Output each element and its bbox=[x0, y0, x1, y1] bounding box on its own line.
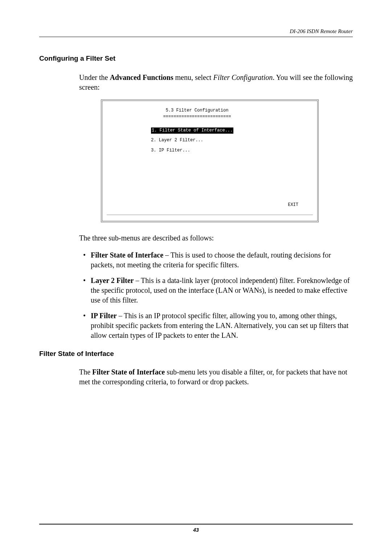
terminal-menu-item: 2. Layer 2 Filter... bbox=[151, 137, 313, 143]
subsection-heading: Filter State of Interface bbox=[39, 350, 353, 358]
terminal-menu-item: 3. IP Filter... bbox=[151, 147, 313, 154]
list-item: Filter State of Interface – This is used… bbox=[89, 250, 353, 270]
terminal-underline: ========================== bbox=[81, 114, 313, 120]
terminal-screenshot: 5.3 Filter Configuration ===============… bbox=[101, 100, 319, 222]
after-screenshot-text: The three sub-menus are described as fol… bbox=[79, 233, 353, 243]
terminal-menu-item-selected: 1. Filter State of Interface... bbox=[151, 127, 233, 134]
doc-title: DI-206 ISDN Remote Router bbox=[290, 28, 353, 34]
terminal-exit: EXIT bbox=[288, 202, 298, 208]
intro-paragraph: Under the Advanced Functions menu, selec… bbox=[79, 73, 353, 92]
bullet-list: Filter State of Interface – This is used… bbox=[79, 250, 353, 340]
page-number: 43 bbox=[193, 527, 199, 533]
list-item: IP Filter – This is an IP protocol speci… bbox=[89, 311, 353, 340]
running-header: DI-206 ISDN Remote Router bbox=[39, 28, 353, 37]
list-item: Layer 2 Filter – This is a data-link lay… bbox=[89, 276, 353, 305]
section-heading: Configuring a Filter Set bbox=[39, 54, 353, 62]
terminal-title: 5.3 Filter Configuration bbox=[81, 108, 313, 114]
page-footer: 43 bbox=[39, 524, 353, 533]
subsection-paragraph: The Filter State of Interface sub-menu l… bbox=[79, 367, 353, 387]
